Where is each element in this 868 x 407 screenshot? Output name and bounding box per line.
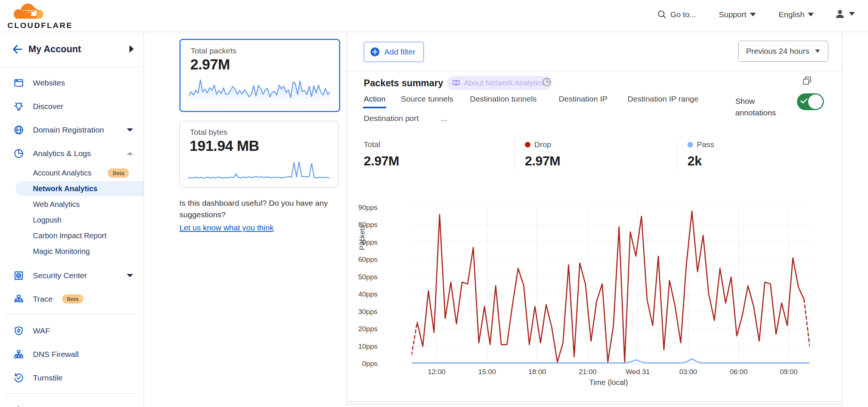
sidebar-item-web-analytics[interactable]: Web Analytics (0, 196, 144, 212)
burst-icon (13, 404, 24, 407)
about-network-analytics-pill[interactable]: About Network Analytics (447, 76, 552, 90)
chevron-down-icon (127, 128, 133, 132)
sidebar-item-dns-firewall[interactable]: DNS Firewall (0, 342, 144, 366)
tab-destination-ip[interactable]: Destination IP (558, 94, 607, 103)
chevron-up-icon (127, 151, 133, 156)
total-packets-card[interactable]: Total packets 2.97M (179, 39, 340, 112)
tab-destination-tunnels[interactable]: Destination tunnels (470, 94, 537, 103)
stat-label: Total (364, 140, 399, 149)
feedback-text: Is this dashboard useful? Do you have an… (179, 199, 328, 219)
brand-wordmark: CLOUDFLARE (7, 21, 73, 30)
globe-icon (13, 125, 24, 135)
add-filter-label: Add filter (384, 47, 415, 56)
feedback-block: Is this dashboard useful? Do you have an… (179, 197, 342, 233)
sidebar-item-label: Security Center (33, 271, 87, 280)
card-value: 2.97M (190, 56, 230, 73)
analytics-panel: Add filter Previous 24 hours Packets sum… (347, 32, 842, 402)
tree-icon (13, 294, 24, 304)
sidebar-divider (5, 393, 136, 394)
sidebar-item-label: Websites (33, 78, 65, 87)
chevron-down-icon (127, 273, 133, 278)
pie-icon (13, 148, 24, 159)
turnstile-icon (13, 373, 24, 383)
tab-destination-ip-range[interactable]: Destination IP range (628, 94, 699, 103)
sidebar-item-websites[interactable]: Websites (0, 71, 144, 94)
show-annotations-label: Show annotations (735, 95, 780, 118)
x-tick-label: 03:00 (679, 368, 697, 376)
tab-destination-port[interactable]: Destination port (364, 114, 419, 123)
book-icon (452, 79, 460, 87)
tab--[interactable]: ... (441, 114, 447, 123)
feedback-link[interactable]: Let us know what you think (179, 222, 274, 233)
sidebar-item-waf[interactable]: WAF (0, 319, 144, 342)
next-panel-top (347, 404, 842, 407)
sidebar-item-label: Carbon Impact Report (33, 232, 107, 240)
sidebar-item-logpush[interactable]: Logpush (0, 212, 144, 228)
user-icon (834, 8, 846, 19)
shield-icon (13, 326, 24, 336)
sidebar-item-label: Network Analytics (33, 184, 98, 193)
sidebar-item-analytics-logs[interactable]: Analytics & Logs (0, 142, 144, 165)
stat-divider (677, 137, 677, 173)
stat-total: Total2.97M (364, 140, 399, 168)
cloudflare-cloud-icon (7, 3, 52, 19)
sidebar-item-security-center[interactable]: Security Center (0, 264, 144, 287)
expand-icon[interactable] (802, 76, 812, 86)
account-title: My Account (28, 44, 81, 55)
tab-action[interactable]: Action (364, 94, 385, 103)
chevron-down-icon (849, 12, 855, 16)
stat-value: 2.97M (364, 153, 399, 168)
sidebar-item-partial[interactable] (0, 398, 144, 407)
pie-chart-icon[interactable] (542, 77, 551, 87)
sidebar-item-label: Web Analytics (33, 200, 80, 209)
x-tick-label: 21:00 (579, 368, 597, 376)
tab-source-tunnels[interactable]: Source tunnels (401, 94, 453, 103)
sidebar-item-label: Trace (33, 295, 53, 304)
stat-drop: Drop2.97M (525, 140, 560, 168)
x-axis-title: Time (local) (508, 378, 710, 387)
stat-label: Pass (687, 140, 714, 149)
account-menu[interactable] (834, 8, 855, 19)
top-navbar: CLOUDFLARE Go to... Support English (0, 0, 868, 32)
sidebar-item-domain-registration[interactable]: Domain Registration (0, 118, 144, 142)
sidebar-item-label: Logpush (33, 216, 62, 224)
cloudflare-logo[interactable]: CLOUDFLARE (7, 3, 70, 29)
sidebar-item-carbon-impact-report[interactable]: Carbon Impact Report (0, 228, 144, 243)
sidebar-item-network-analytics[interactable]: Network Analytics (0, 181, 144, 196)
sidebar-header: My Account (0, 32, 144, 67)
search-icon (657, 10, 667, 19)
language-menu[interactable]: English (779, 10, 814, 19)
sidebar-item-turnstile[interactable]: Turnstile (0, 366, 144, 389)
annotations-toggle[interactable] (797, 93, 824, 110)
sidebar-divider (5, 314, 136, 315)
y-tick-label: 90pps (358, 204, 378, 212)
packets-line-chart[interactable] (412, 208, 810, 364)
y-tick-label: 80pps (358, 221, 378, 229)
chevron-right-icon[interactable] (129, 45, 135, 53)
sidebar-item-magic-monitoring[interactable]: Magic Monitoring (0, 243, 144, 259)
goto-search[interactable]: Go to... (657, 10, 696, 19)
beta-badge: Beta (62, 294, 83, 304)
support-label: Support (719, 10, 747, 19)
time-range-label: Previous 24 hours (746, 47, 809, 56)
sidebar-item-account-analytics[interactable]: Account AnalyticsBeta (0, 165, 144, 181)
total-bytes-card[interactable]: Total bytes 191.94 MB (179, 121, 339, 187)
beta-badge: Beta (108, 168, 129, 178)
sidebar-item-trace[interactable]: TraceBeta (0, 287, 144, 311)
chevron-down-icon (750, 13, 756, 16)
sidebar-item-discover[interactable]: Discover (0, 94, 144, 118)
sidebar-item-label: Domain Registration (33, 125, 104, 134)
back-arrow-icon[interactable] (11, 43, 24, 56)
add-filter-button[interactable]: Add filter (364, 42, 424, 62)
time-range-dropdown[interactable]: Previous 24 hours (738, 41, 828, 62)
stat-label: Drop (525, 140, 560, 149)
sidebar-item-label: Analytics & Logs (33, 149, 91, 158)
check-icon (800, 96, 807, 103)
browser-icon (13, 78, 24, 88)
y-tick-label: 20pps (358, 325, 378, 333)
sidebar-item-label: Magic Monitoring (33, 247, 90, 256)
bytes-sparkline-chart (188, 159, 329, 182)
goto-label: Go to... (670, 10, 696, 19)
support-menu[interactable]: Support (719, 10, 756, 19)
legend-dot-icon (687, 142, 693, 147)
